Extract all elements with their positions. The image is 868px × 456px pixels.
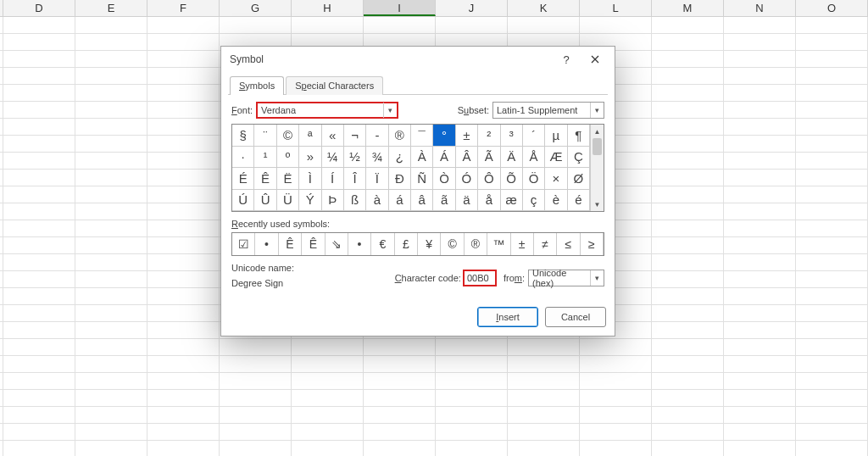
recent-symbol-cell[interactable]: ¥ (418, 233, 441, 255)
cell[interactable] (724, 186, 796, 203)
cell[interactable] (724, 407, 796, 423)
col-header-h[interactable]: H (292, 0, 364, 16)
cell[interactable] (75, 119, 147, 135)
cell[interactable] (436, 407, 508, 423)
symbol-cell[interactable]: Ö (523, 168, 545, 190)
cell[interactable] (220, 407, 292, 423)
cell[interactable] (147, 170, 220, 186)
cell[interactable] (3, 17, 75, 33)
scroll-up-icon[interactable]: ▲ (591, 125, 604, 138)
cell[interactable] (3, 186, 75, 203)
cell[interactable] (147, 186, 220, 203)
cell[interactable] (796, 254, 868, 270)
cell[interactable] (3, 322, 75, 338)
cell[interactable] (75, 153, 147, 169)
cell[interactable] (796, 390, 868, 406)
cell[interactable] (220, 339, 292, 355)
cell[interactable] (724, 424, 796, 440)
symbol-cell[interactable]: ß (344, 190, 366, 212)
symbol-cell[interactable]: ° (433, 125, 455, 147)
col-header-f[interactable]: F (147, 0, 220, 16)
cell[interactable] (75, 356, 147, 372)
recent-symbol-cell[interactable]: ≤ (557, 233, 580, 255)
cell[interactable] (147, 254, 220, 270)
cell[interactable] (3, 136, 75, 152)
cell[interactable] (292, 339, 364, 355)
cell[interactable] (796, 288, 868, 304)
cell[interactable] (147, 407, 220, 423)
cell[interactable] (75, 17, 147, 33)
symbol-cell[interactable]: ¯ (411, 125, 433, 147)
cell[interactable] (796, 373, 868, 389)
cell[interactable] (75, 271, 147, 287)
recent-symbol-cell[interactable]: ± (511, 233, 534, 255)
cell[interactable] (364, 407, 436, 423)
col-header-j[interactable]: J (436, 0, 508, 16)
cell[interactable] (796, 356, 868, 372)
cell[interactable] (652, 136, 724, 152)
cell[interactable] (75, 339, 147, 355)
symbol-cell[interactable]: ¨ (254, 125, 276, 147)
cell[interactable] (3, 288, 75, 304)
symbol-cell[interactable]: ¬ (344, 125, 366, 147)
symbol-cell[interactable]: § (232, 125, 254, 147)
cell[interactable] (3, 441, 75, 456)
cell[interactable] (508, 424, 580, 440)
cell[interactable] (147, 85, 220, 101)
cell[interactable] (75, 373, 147, 389)
symbol-cell[interactable]: Õ (501, 168, 523, 190)
cell[interactable] (724, 102, 796, 118)
symbol-cell[interactable]: Ç (568, 147, 590, 169)
symbol-cell[interactable]: ¹ (254, 147, 276, 169)
cell[interactable] (292, 373, 364, 389)
symbol-cell[interactable]: À (411, 147, 433, 169)
cell[interactable] (724, 170, 796, 186)
cell[interactable] (724, 51, 796, 67)
cell[interactable] (652, 203, 724, 220)
symbol-cell[interactable]: Ñ (411, 168, 433, 190)
symbol-cell[interactable]: Ë (277, 168, 299, 190)
cell[interactable] (796, 407, 868, 423)
cell[interactable] (147, 203, 220, 220)
cell[interactable] (436, 373, 508, 389)
cell[interactable] (3, 119, 75, 135)
symbol-cell[interactable]: × (545, 168, 567, 190)
cell[interactable] (508, 441, 580, 456)
cell[interactable] (652, 186, 724, 203)
cell[interactable] (796, 51, 868, 67)
cell[interactable] (3, 170, 75, 186)
cell[interactable] (364, 373, 436, 389)
cell[interactable] (3, 153, 75, 169)
cell[interactable] (292, 356, 364, 372)
cell[interactable] (292, 407, 364, 423)
symbol-cell[interactable]: å (478, 190, 500, 212)
symbol-cell[interactable]: ä (456, 190, 478, 212)
col-header-g[interactable]: G (220, 0, 292, 16)
cell[interactable] (652, 288, 724, 304)
cell[interactable] (796, 305, 868, 321)
recent-symbol-cell[interactable]: Ê (279, 233, 302, 255)
cell[interactable] (436, 356, 508, 372)
font-combo[interactable]: Verdana ▾ (256, 102, 398, 119)
symbol-cell[interactable]: é (568, 190, 590, 212)
cell[interactable] (75, 424, 147, 440)
cell[interactable] (3, 85, 75, 101)
cell[interactable] (147, 51, 220, 67)
cell[interactable] (147, 288, 220, 304)
cell[interactable] (796, 271, 868, 287)
recent-symbol-cell[interactable]: ☑ (232, 233, 255, 255)
symbol-cell[interactable]: ¿ (389, 147, 411, 169)
cell[interactable] (147, 34, 220, 50)
cell[interactable] (508, 339, 580, 355)
cell[interactable] (3, 424, 75, 440)
symbol-cell[interactable]: ± (456, 125, 478, 147)
cell[interactable] (220, 390, 292, 406)
symbol-cell[interactable]: â (411, 190, 433, 212)
symbol-cell[interactable]: É (232, 168, 254, 190)
cell[interactable] (724, 356, 796, 372)
recent-symbol-cell[interactable]: • (255, 233, 278, 255)
cell[interactable] (508, 407, 580, 423)
cell[interactable] (724, 17, 796, 33)
cell[interactable] (3, 305, 75, 321)
cell[interactable] (796, 34, 868, 50)
